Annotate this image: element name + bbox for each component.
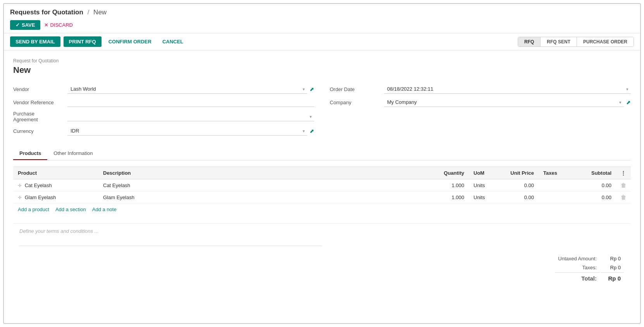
col-quantity: Quantity — [434, 167, 469, 179]
product-name[interactable]: Cat Eyelash — [25, 182, 52, 188]
terms-placeholder[interactable]: Define your terms and conditions ... — [19, 228, 625, 234]
tabs-nav: Products Other Information — [13, 147, 631, 160]
form-subtitle: Request for Quotation — [13, 58, 631, 64]
tab-other-information[interactable]: Other Information — [47, 147, 99, 160]
cancel-button[interactable]: CANCEL — [158, 36, 187, 47]
vendor-external-link-icon[interactable]: ⬈ — [310, 86, 314, 92]
product-taxes[interactable] — [539, 179, 577, 191]
print-rfq-button[interactable]: PRINT RFQ — [64, 36, 102, 47]
order-date-label: Order Date — [330, 86, 380, 92]
terms-section: Define your terms and conditions ... — [13, 223, 631, 251]
col-actions: ⋮ — [616, 167, 631, 179]
confirm-order-button[interactable]: CONFIRM ORDER — [105, 36, 155, 47]
company-label: Company — [330, 100, 380, 105]
tab-rfq-sent[interactable]: RFQ SENT — [541, 37, 577, 46]
add-product-link[interactable]: Add a product — [18, 207, 49, 212]
col-unit-price: Unit Price — [500, 167, 539, 179]
product-quantity[interactable]: 1.000 — [434, 191, 469, 203]
tab-rfq[interactable]: RFQ — [518, 37, 541, 46]
order-date-input[interactable] — [384, 84, 631, 94]
untaxed-amount-label: Untaxed Amount: — [555, 255, 600, 263]
vendor-input[interactable] — [67, 84, 307, 94]
product-name[interactable]: Glam Eyelash — [25, 194, 56, 200]
tabs-section: Products Other Information Product Descr… — [13, 147, 631, 215]
currency-input[interactable] — [67, 126, 307, 136]
vendor-reference-label: Vendor Reference — [13, 100, 64, 105]
status-tabs: RFQ RFQ SENT PURCHASE ORDER — [518, 37, 634, 47]
discard-button[interactable]: ✕ DISCARD — [44, 22, 73, 28]
company-input[interactable] — [384, 98, 624, 107]
breadcrumb: Requests for Quotation / New — [10, 9, 634, 16]
save-button[interactable]: ✓ SAVE — [10, 20, 40, 30]
vendor-reference-input[interactable] — [67, 98, 314, 107]
total-value: Rp 0 — [601, 272, 624, 283]
product-unit-price[interactable]: 0.00 — [500, 179, 539, 191]
breadcrumb-current: New — [93, 9, 107, 16]
toolbar: SEND BY EMAIL PRINT RFQ CONFIRM ORDER CA… — [4, 33, 640, 50]
delete-row-icon[interactable]: 🗑 — [621, 182, 626, 188]
untaxed-amount-value: Rp 0 — [601, 255, 624, 263]
table-row: ✛ Cat Eyelash Cat Eyelash 1.000 Units 0.… — [13, 179, 631, 191]
product-uom[interactable]: Units — [469, 191, 500, 203]
send-by-email-button[interactable]: SEND BY EMAIL — [10, 36, 60, 47]
col-taxes: Taxes — [539, 167, 577, 179]
product-uom[interactable]: Units — [469, 179, 500, 191]
save-label: SAVE — [22, 22, 35, 28]
product-unit-price[interactable]: 0.00 — [500, 191, 539, 203]
currency-external-link-icon[interactable]: ⬈ — [310, 128, 314, 134]
form-title: New — [13, 65, 631, 75]
tab-purchase-order[interactable]: PURCHASE ORDER — [577, 37, 634, 46]
col-product: Product — [13, 167, 98, 179]
table-row: ✛ Glam Eyelash Glam Eyelash 1.000 Units … — [13, 191, 631, 203]
total-label: Total: — [555, 272, 600, 283]
save-checkmark-icon: ✓ — [15, 22, 20, 28]
delete-row-icon[interactable]: 🗑 — [621, 194, 626, 200]
totals-section: Untaxed Amount: Rp 0 Taxes: Rp 0 Total: … — [13, 251, 631, 290]
product-taxes[interactable] — [539, 191, 577, 203]
product-subtotal: 0.00 — [577, 179, 616, 191]
drag-handle-icon[interactable]: ✛ — [18, 183, 22, 188]
tab-products[interactable]: Products — [13, 147, 47, 160]
breadcrumb-parent[interactable]: Requests for Quotation — [10, 9, 83, 16]
purchase-agreement-label: PurchaseAgreement — [13, 111, 64, 122]
taxes-value: Rp 0 — [601, 263, 624, 272]
add-note-link[interactable]: Add a note — [92, 207, 117, 212]
add-links: Add a product Add a section Add a note — [13, 203, 631, 215]
products-table: Product Description Quantity UoM Unit Pr… — [13, 167, 631, 203]
col-subtotal: Subtotal — [577, 167, 616, 179]
purchase-agreement-select[interactable] — [67, 112, 314, 121]
main-content: Request for Quotation New Vendor ⬈ Vendo… — [4, 50, 640, 298]
company-external-link-icon[interactable]: ⬈ — [626, 99, 631, 105]
discard-x-icon: ✕ — [44, 22, 48, 28]
col-uom: UoM — [469, 167, 500, 179]
drag-handle-icon[interactable]: ✛ — [18, 195, 22, 200]
discard-label: DISCARD — [50, 22, 73, 28]
product-subtotal: 0.00 — [577, 191, 616, 203]
product-description[interactable]: Glam Eyelash — [98, 191, 434, 203]
breadcrumb-separator: / — [88, 9, 90, 16]
vendor-label: Vendor — [13, 86, 64, 92]
currency-label: Currency — [13, 128, 64, 134]
product-quantity[interactable]: 1.000 — [434, 179, 469, 191]
taxes-label: Taxes: — [555, 263, 600, 272]
add-section-link[interactable]: Add a section — [55, 207, 86, 212]
product-description[interactable]: Cat Eyelash — [98, 179, 434, 191]
col-description: Description — [98, 167, 434, 179]
